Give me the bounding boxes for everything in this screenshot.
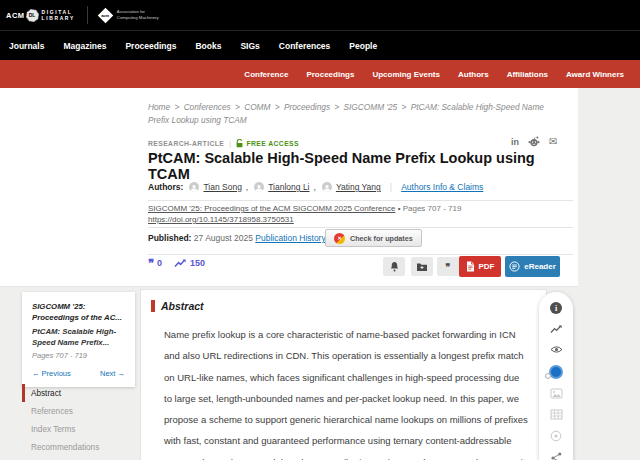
altmetric-badge-icon	[549, 365, 563, 379]
section-nav-comments[interactable]: Comments	[22, 456, 135, 460]
previous-label: Previous	[42, 369, 71, 378]
meta-separator: |	[229, 140, 231, 147]
citation-metric[interactable]: ❞ 0	[148, 258, 162, 268]
association-wordmark: Association for Computing Machinery	[117, 9, 159, 21]
author-avatar	[189, 182, 199, 192]
pdf-file-icon	[466, 261, 475, 272]
breadcrumb-home[interactable]: Home	[148, 102, 170, 112]
section-nav-index-terms[interactable]: Index Terms	[22, 420, 135, 438]
section-nav-abstract[interactable]: Abstract	[22, 384, 135, 402]
section-nav-references[interactable]: References	[22, 402, 135, 420]
breadcrumb-separator: >	[174, 102, 179, 112]
dimensions-ring-icon	[545, 373, 551, 379]
doi-link[interactable]: https://doi.org/10.1145/3718958.3750531	[148, 215, 294, 224]
author-link[interactable]: Tianlong Li	[268, 182, 309, 192]
conf-nav-proceedings[interactable]: Proceedings	[306, 70, 354, 79]
nav-conferences[interactable]: Conferences	[279, 41, 331, 51]
publication-history-link[interactable]: Publication History	[255, 233, 325, 243]
metrics-button[interactable]	[549, 324, 563, 335]
email-icon[interactable]: ✉	[549, 136, 557, 147]
ereader-button-label: eReader	[524, 262, 556, 271]
bullet: •	[398, 204, 401, 213]
check-for-updates-label: Check for updates	[350, 234, 413, 243]
proceedings-card-title[interactable]: SIGCOMM '25: Proceedings of the AC...	[32, 301, 125, 323]
info-button[interactable]: i	[549, 302, 563, 314]
next-link[interactable]: Next →	[100, 369, 125, 378]
divider	[148, 227, 573, 228]
abstract-heading: Abstract	[151, 300, 546, 312]
authors-label: Authors:	[148, 182, 183, 192]
views-button[interactable]	[549, 345, 563, 356]
nav-sigs[interactable]: SIGs	[240, 41, 259, 51]
digital-library-wordmark[interactable]: DIGITAL LIBRARY	[42, 9, 75, 22]
free-access-badge: FREE ACCESS	[236, 139, 299, 148]
conf-nav-upcoming-events[interactable]: Upcoming Events	[372, 70, 440, 79]
breadcrumb-separator: >	[275, 102, 280, 112]
trending-up-icon	[550, 324, 563, 334]
previous-arrow-icon: ←	[32, 369, 40, 378]
author-link[interactable]: Tian Song	[203, 182, 241, 192]
person-icon	[255, 184, 263, 192]
citation-count: 0	[157, 258, 162, 268]
previous-link[interactable]: ← Previous	[32, 369, 71, 378]
add-to-binder-button[interactable]	[411, 257, 433, 276]
acm-logo-text[interactable]: ACM	[6, 11, 25, 20]
nav-journals[interactable]: Journals	[9, 41, 44, 51]
breadcrumb-comm[interactable]: COMM	[244, 102, 270, 112]
info-icon: i	[550, 302, 562, 314]
media-button[interactable]	[549, 430, 563, 442]
pages-label: Pages 707 - 719	[403, 204, 462, 213]
cite-button[interactable]: ❞	[437, 257, 459, 276]
conf-nav-affiliations[interactable]: Affiliations	[507, 70, 548, 79]
bell-icon	[389, 261, 400, 273]
acm-diamond-icon[interactable]: acm	[98, 7, 114, 23]
divider	[148, 200, 573, 201]
proceedings-link[interactable]: SIGCOMM '25: Proceedings of the ACM SIGC…	[148, 204, 395, 213]
article-type-row: RESEARCH-ARTICLE | FREE ACCESS	[148, 139, 299, 148]
digital-word: DIGITAL	[42, 9, 73, 15]
section-nav-recommendations[interactable]: Recommendations	[22, 438, 135, 456]
next-arrow-icon: →	[118, 369, 126, 378]
dl-gear-label: DL	[29, 12, 36, 18]
reddit-icon[interactable]	[528, 136, 540, 147]
altmetric-badge-button[interactable]	[549, 365, 563, 378]
check-for-updates-button[interactable]: ✕ Check for updates	[325, 229, 422, 247]
author-link[interactable]: Yating Yang	[336, 182, 381, 192]
dl-gear-icon[interactable]: DL	[26, 9, 39, 22]
proceedings-card-article[interactable]: PtCAM: Scalable High-Speed Name Prefix..…	[32, 326, 125, 348]
share-button[interactable]	[549, 452, 563, 460]
eye-icon	[550, 345, 563, 354]
nav-people[interactable]: People	[349, 41, 377, 51]
downloads-metric[interactable]: 150	[174, 258, 205, 268]
authors-info-claims-link[interactable]: Authors Info & Claims	[401, 182, 483, 192]
abstract-text: Name prefix lookup is a core characteris…	[164, 324, 528, 460]
breadcrumb-separator: >	[334, 102, 339, 112]
alerts-button[interactable]	[383, 257, 405, 276]
breadcrumb-sigcomm25[interactable]: SIGCOMM '25	[344, 102, 398, 112]
crossmark-icon: ✕	[334, 233, 345, 244]
abstract-card: Abstract Name prefix lookup is a core ch…	[140, 289, 547, 460]
conf-nav-award-winners[interactable]: Award Winners	[566, 70, 624, 79]
figures-button[interactable]	[549, 388, 563, 399]
ereader-button[interactable]: eReader	[505, 256, 560, 277]
disc-icon	[550, 430, 562, 442]
table-icon	[550, 409, 563, 420]
nav-books[interactable]: Books	[195, 41, 221, 51]
nav-magazines[interactable]: Magazines	[63, 41, 106, 51]
ereader-icon	[509, 261, 520, 272]
conf-nav-authors[interactable]: Authors	[458, 70, 489, 79]
association-line1: Association for	[117, 9, 145, 14]
share-icons: in ✉	[511, 136, 557, 147]
linkedin-icon[interactable]: in	[511, 137, 519, 147]
citation-quote-icon: ❞	[148, 259, 154, 268]
conf-nav-conference[interactable]: Conference	[244, 70, 288, 79]
nav-proceedings[interactable]: Proceedings	[125, 41, 176, 51]
pdf-button[interactable]: PDF	[459, 256, 501, 277]
tables-button[interactable]	[549, 409, 563, 420]
breadcrumb-proceedings[interactable]: Proceedings	[284, 102, 330, 112]
author-avatar	[322, 182, 332, 192]
image-icon	[550, 388, 563, 399]
folder-plus-icon	[416, 262, 428, 272]
breadcrumb-conferences[interactable]: Conferences	[184, 102, 231, 112]
cite-quote-icon: ❞	[446, 262, 451, 272]
